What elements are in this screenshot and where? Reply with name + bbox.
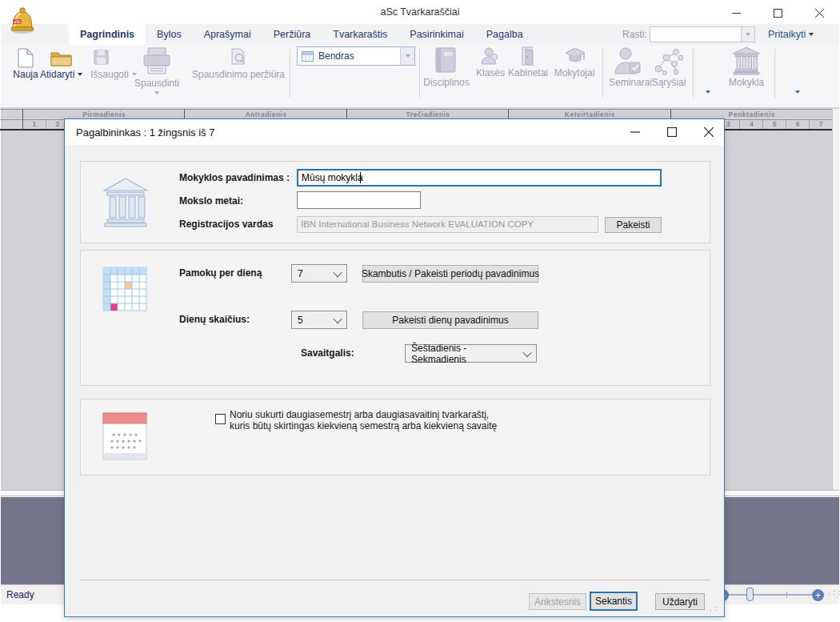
window-maximize-button[interactable]	[766, 5, 790, 21]
print-button: Spausdinti	[130, 78, 184, 89]
find-dropdown-button[interactable]	[741, 27, 754, 42]
ribbon-item-kabinetai: Kabinetai	[506, 67, 550, 78]
tab-pagrindinis[interactable]: Pagrindinis	[69, 24, 146, 45]
tab-pagalba[interactable]: Pagalba	[475, 24, 534, 45]
dialog-maximize-button[interactable]	[658, 124, 686, 140]
days-count-select[interactable]: 5	[291, 311, 347, 329]
school-year-label: Mokslo metai:	[179, 195, 243, 207]
multiweek-checkbox[interactable]	[215, 414, 226, 424]
resize-grip-icon[interactable]: . : :	[828, 588, 840, 596]
status-ready-text: Ready	[6, 589, 34, 600]
chevron-down-icon	[78, 73, 82, 76]
chevron-down-icon	[132, 73, 137, 76]
classes-person-icon	[480, 46, 499, 68]
ribbon-item-sarysiai: Sąryšiai	[650, 77, 687, 88]
registration-value: IBN International Business Network EVALU…	[297, 216, 598, 233]
tab-perziura[interactable]: Peržiūra	[262, 24, 322, 45]
tab-tvarkarastis[interactable]: Tvarkaraštis	[322, 24, 398, 45]
svg-text:aSc: aSc	[14, 19, 22, 24]
window-minimize-button[interactable]	[724, 5, 748, 21]
zoom-slider-track[interactable]	[725, 594, 816, 596]
weekend-select[interactable]: Šeštadienis - Sekmadienis	[405, 344, 537, 363]
close-wizard-button[interactable]: Uždaryti	[655, 593, 705, 610]
school-name-input[interactable]	[297, 169, 662, 187]
view-combobox-value: Bendras	[318, 50, 354, 62]
timetable-period-cell: 5	[763, 120, 786, 129]
dialog-minimize-button[interactable]	[622, 124, 649, 140]
ribbon-item-seminarai: Seminarai	[609, 77, 650, 88]
next-button[interactable]: Sekantis	[590, 592, 638, 611]
ribbon-separator	[419, 48, 420, 98]
app-window: aSc Tvarkaraščiai aSc Pagrindinis Bylos …	[0, 0, 840, 622]
teachers-cap-icon	[565, 46, 586, 68]
weekend-label: Savaitgalis:	[301, 347, 354, 359]
text-caret	[360, 172, 361, 183]
view-combobox[interactable]: Bendras	[297, 46, 415, 66]
chevron-down-icon	[746, 33, 750, 36]
window-title: aSc Tvarkaraščiai	[0, 6, 840, 18]
zoom-in-button[interactable]: +	[812, 589, 824, 601]
vertical-scrollbar[interactable]	[832, 109, 839, 490]
find-label: Rasti:	[622, 29, 647, 40]
more-options-icon[interactable]	[706, 90, 710, 94]
apply-button[interactable]: Pritaikyti	[768, 29, 814, 40]
dialog-resize-grip-icon[interactable]: . :	[710, 604, 718, 612]
school-bank-icon	[732, 46, 761, 78]
find-input-field[interactable]	[652, 28, 742, 42]
chevron-down-icon	[333, 314, 342, 323]
window-close-button[interactable]	[807, 5, 831, 21]
zoom-slider-thumb[interactable]	[746, 588, 754, 601]
tab-bylos[interactable]: Bylos	[146, 24, 193, 45]
multiweek-text-line2: kuris būtų skirtingas kiekvieną semestrą…	[230, 420, 497, 431]
change-registration-button[interactable]: Pakeisti	[605, 217, 662, 233]
relations-network-icon	[652, 46, 684, 78]
chevron-down-icon	[406, 54, 410, 58]
registration-label: Registracijos vardas	[179, 219, 273, 230]
zoom-slider-tick	[786, 592, 787, 598]
timetable-period-cell: 7	[810, 120, 833, 129]
tab-pasirinkimai[interactable]: Pasirinkimai	[398, 24, 474, 45]
timetable-period-cell: 6	[786, 120, 810, 129]
timetable-day-separator	[22, 109, 23, 130]
dialog-title: Pagalbininkas : 1 žingsnis iš 7	[76, 126, 214, 138]
dialog-close-button[interactable]	[695, 124, 722, 140]
days-count-label: Dienų skaičius:	[179, 314, 250, 325]
periods-per-day-label: Pamokų per dieną	[179, 267, 262, 279]
subjects-book-icon	[434, 46, 457, 77]
ribbon-item-mokytojai: Mokytojai	[550, 67, 598, 78]
previous-button: Ankstesnis	[529, 593, 586, 610]
print-preview-icon	[230, 48, 246, 69]
dialog-separator	[80, 580, 710, 580]
ribbon-separator	[602, 48, 603, 98]
periods-per-day-value: 7	[298, 268, 303, 279]
school-building-icon	[102, 177, 149, 231]
apply-label: Pritaikyti	[768, 29, 806, 40]
seminars-icon	[612, 46, 642, 78]
periods-per-day-select[interactable]: 7	[291, 264, 347, 283]
school-year-input[interactable]	[297, 191, 421, 209]
rooms-door-icon	[520, 46, 536, 69]
open-button[interactable]: Atidaryti	[40, 69, 82, 80]
bells-rename-periods-button[interactable]: Skambutis / Pakeisti periodų pavadinimus	[362, 265, 538, 283]
chevron-down-icon	[333, 267, 342, 276]
weekend-value: Šeštadienis - Sekmadienis	[411, 343, 524, 365]
print-icon	[142, 46, 172, 78]
wizard-dialog: Pagalbininkas : 1 žingsnis iš 7 Mokykl	[64, 118, 725, 617]
more-options-icon[interactable]	[795, 90, 800, 94]
print-preview-button: Spausdinimo peržiūra	[184, 69, 293, 80]
rename-days-button[interactable]: Pakeisti dienų pavadinimus	[362, 311, 538, 329]
ribbon-separator	[290, 48, 290, 98]
new-file-icon	[18, 48, 34, 71]
ribbon-item-disciplinos: Disciplinos	[422, 77, 471, 88]
chevron-down-icon	[522, 347, 531, 356]
save-floppy-icon	[94, 50, 109, 68]
view-combobox-dropdown[interactable]	[400, 47, 414, 65]
chevron-down-icon	[809, 33, 814, 36]
timetable-period-cell: 1	[23, 120, 46, 129]
calendar-icon	[102, 411, 147, 465]
tab-aprasymai[interactable]: Aprašymai	[193, 24, 262, 45]
find-input[interactable]	[650, 26, 755, 42]
chevron-down-icon	[154, 91, 159, 94]
timetable-grid-icon	[102, 267, 147, 315]
new-button[interactable]: Nauja	[6, 69, 45, 80]
